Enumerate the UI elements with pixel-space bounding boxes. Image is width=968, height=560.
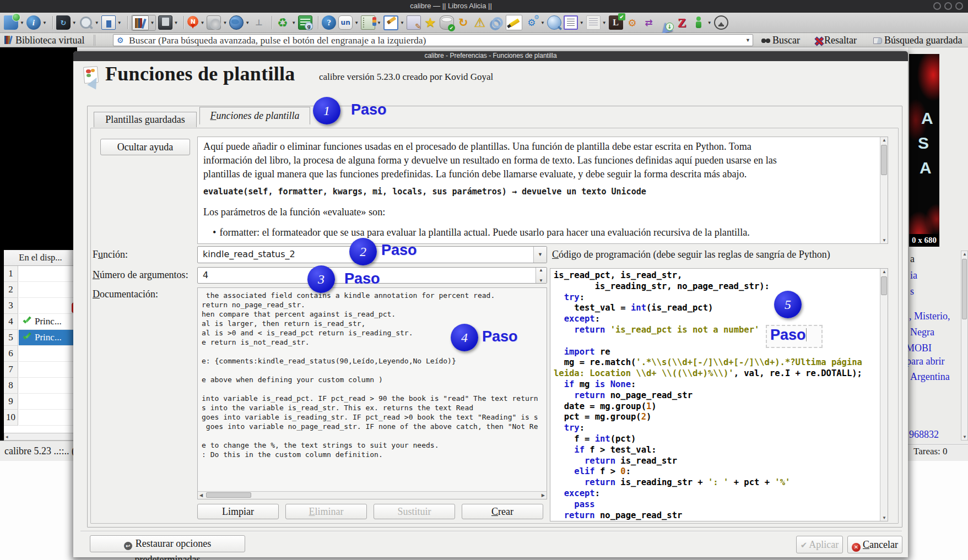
dropdown-arrow-icon[interactable]: ▼ xyxy=(377,20,381,25)
row-cell[interactable] xyxy=(19,362,77,378)
dropdown-arrow-icon[interactable]: ▼ xyxy=(20,20,24,25)
zotero-button[interactable]: Z xyxy=(675,15,689,30)
code-editor[interactable]: is_read_pct, is_read_str, is_reading_str… xyxy=(550,268,888,521)
scroll-up-icon[interactable]: ▲ xyxy=(962,252,967,257)
fetch-news-button[interactable]: ▼ xyxy=(229,15,250,30)
dropdown-arrow-icon[interactable]: ▼ xyxy=(95,20,99,25)
dropdown-arrow-icon[interactable]: ▼ xyxy=(707,20,712,25)
row-cell[interactable] xyxy=(19,266,77,282)
window-button-2[interactable] xyxy=(944,2,952,10)
book-detail-text[interactable]: Negra xyxy=(910,327,934,338)
book-detail-text[interactable]: MOBI xyxy=(906,342,932,354)
dropdown-arrow-icon[interactable]: ▼ xyxy=(72,20,77,25)
book-list-row[interactable]: 2 xyxy=(4,282,77,298)
dropdown-arrow-icon[interactable]: ▼ xyxy=(200,20,204,25)
find-duplicates-button[interactable] xyxy=(489,15,504,30)
virtual-library-button[interactable]: Biblioteca virtual xyxy=(15,35,84,46)
book-detail-text[interactable]: s xyxy=(910,286,914,297)
reading-list-button[interactable]: ▼ xyxy=(564,15,584,30)
cancelar-button[interactable]: ✕Cancelar xyxy=(847,536,902,553)
book-list-row[interactable]: 8 xyxy=(4,378,77,394)
crear-button[interactable]: Crear xyxy=(462,504,543,519)
import-list-button[interactable]: ▼ xyxy=(586,15,607,30)
book-detail-text[interactable]: 968832 xyxy=(909,429,939,441)
search-internet-button[interactable] xyxy=(547,15,561,30)
book-list-row[interactable]: 3 xyxy=(4,298,77,314)
book-detail-text[interactable]: para abrir xyxy=(906,356,944,367)
favorites-button[interactable]: ★ xyxy=(423,15,437,30)
dropdown-arrow-icon[interactable]: ▼ xyxy=(245,20,250,25)
edit-book-button[interactable] xyxy=(407,15,421,30)
documentation-textarea[interactable]: the associated field contains a kindle a… xyxy=(197,287,547,499)
languagetool-button[interactable]: L xyxy=(609,15,623,30)
quality-check-button[interactable]: ⚠ xyxy=(473,15,487,30)
preferences-gears-button[interactable]: ⚙▼ xyxy=(524,15,545,30)
doc-hscrollbar[interactable]: ◀▶ xyxy=(198,491,547,499)
get-books-button[interactable]: N▼ xyxy=(187,18,204,27)
row-cell[interactable]: Princ... xyxy=(19,330,77,346)
dropdown-arrow-icon[interactable]: ▼ xyxy=(42,20,47,25)
search-similar-button[interactable]: ▼ xyxy=(79,15,99,30)
search-dropdown-icon[interactable]: ▼ xyxy=(745,37,750,43)
dropdown-arrow-icon[interactable]: ▼ xyxy=(354,20,359,25)
help-button[interactable]: ? xyxy=(322,15,336,30)
dropdown-arrow-icon[interactable]: ▼ xyxy=(400,20,404,25)
dropdown-arrow-icon[interactable]: ▼ xyxy=(150,20,155,25)
row-cell[interactable] xyxy=(19,298,77,314)
dropdown-arrow-icon[interactable]: ▼ xyxy=(540,20,545,25)
dropdown-arrow-icon[interactable]: ▼ xyxy=(117,20,122,25)
plugin-pin-button[interactable]: ⊥ xyxy=(252,15,266,30)
convert-books-button[interactable]: ↻▼ xyxy=(56,15,77,30)
shuffle-button[interactable]: ⇄ xyxy=(642,15,656,30)
book-detail-text[interactable]: , Misterio, xyxy=(909,311,950,322)
resaltar-button[interactable]: Resaltar xyxy=(814,35,857,46)
eliminar-button[interactable]: Eliminar xyxy=(285,504,367,519)
help-vscrollbar[interactable]: ▲▼ xyxy=(880,137,888,243)
book-list-row[interactable]: 7 xyxy=(4,362,77,378)
polish-books-button[interactable]: ▼ xyxy=(383,15,404,30)
book-list-row[interactable]: 9 xyxy=(4,394,77,410)
dropdown-arrow-icon[interactable]: ▼ xyxy=(580,20,584,25)
device-button[interactable]: ▼ xyxy=(158,15,179,30)
tab-template-functions[interactable]: Funciones de plantilla xyxy=(199,107,310,124)
view-book-button[interactable]: ▼ xyxy=(101,15,122,30)
row-cell[interactable] xyxy=(19,378,77,394)
book-list-row[interactable]: 1 xyxy=(4,266,77,282)
combo-dropdown-icon[interactable]: ▼ xyxy=(533,247,547,263)
saved-search-button[interactable]: Búsqueda guardada xyxy=(873,35,962,46)
book-detail-text[interactable]: ia xyxy=(910,270,917,281)
refresh-search-button[interactable]: ↻ xyxy=(456,15,471,30)
recycle-button[interactable]: ♻▼ xyxy=(275,15,296,30)
book-list-row[interactable]: 10 xyxy=(4,410,77,426)
book-list-row[interactable]: 6 xyxy=(4,346,77,362)
get-books-green-button[interactable] xyxy=(298,15,312,30)
column-header-device[interactable]: En el disp... xyxy=(4,250,77,266)
check-library-button[interactable] xyxy=(440,15,454,30)
search-input[interactable]: ⚙ Buscar (Para búsqueda avanzada, pulse … xyxy=(113,34,753,46)
dropdown-arrow-icon[interactable]: ▼ xyxy=(223,20,227,25)
aplicar-button[interactable]: ✔Aplicar xyxy=(796,536,843,553)
library-button[interactable]: ▼ xyxy=(131,15,156,31)
row-cell[interactable] xyxy=(19,346,77,362)
job-spy-button[interactable]: ⚙ xyxy=(625,15,640,30)
row-cell[interactable] xyxy=(19,394,77,410)
edit-metadata-button[interactable]: i▼ xyxy=(26,15,47,30)
code-vscrollbar[interactable]: ▲▼ xyxy=(880,269,888,521)
dropdown-arrow-icon[interactable]: ▼ xyxy=(602,20,607,25)
scroll-thumb[interactable] xyxy=(962,259,967,319)
dropdown-arrow-icon[interactable]: ▼ xyxy=(291,20,296,25)
hide-help-button[interactable]: Ocultar ayuda xyxy=(100,139,190,155)
save-to-disk-button[interactable]: ▼ xyxy=(207,15,227,30)
window-button-3[interactable] xyxy=(955,2,963,10)
wizard-button[interactable] xyxy=(658,15,673,30)
book-detail-text[interactable]: Argentina xyxy=(910,371,950,383)
restore-defaults-button[interactable]: ↩Restaurar opciones predeterminadas xyxy=(90,535,245,552)
book-list-row[interactable]: 4Princ... xyxy=(4,314,77,330)
book-detail-text[interactable]: a xyxy=(910,253,915,265)
row-cell[interactable]: Princ... xyxy=(19,314,77,330)
limpiar-button[interactable]: Limpiar xyxy=(197,504,279,519)
row-cell[interactable] xyxy=(19,282,77,298)
book-list-row[interactable]: 5Princ... xyxy=(4,330,77,346)
row-cell[interactable] xyxy=(19,410,77,426)
spin-buttons[interactable]: ▲▼ xyxy=(536,268,547,283)
